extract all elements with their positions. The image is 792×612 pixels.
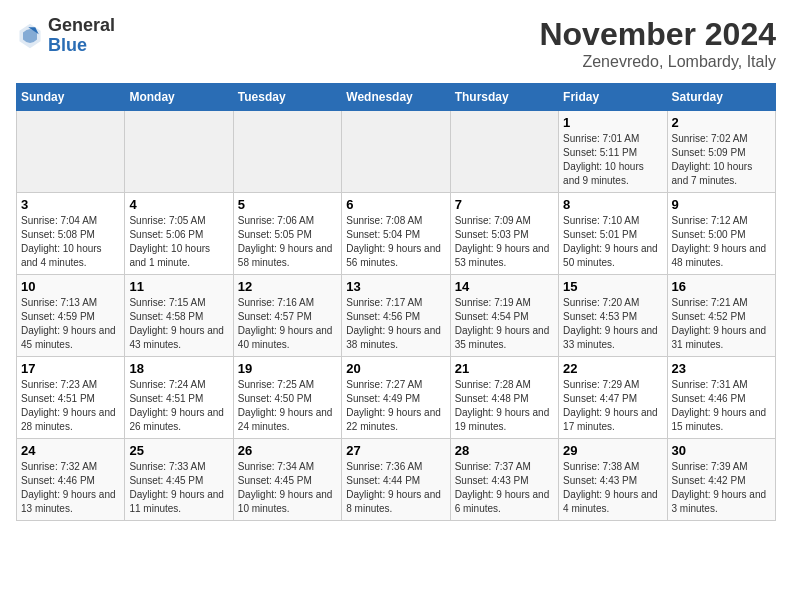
calendar-cell [17, 111, 125, 193]
day-number: 10 [21, 279, 120, 294]
day-info: Sunrise: 7:08 AM Sunset: 5:04 PM Dayligh… [346, 214, 445, 270]
calendar-week-row: 1Sunrise: 7:01 AM Sunset: 5:11 PM Daylig… [17, 111, 776, 193]
day-info: Sunrise: 7:10 AM Sunset: 5:01 PM Dayligh… [563, 214, 662, 270]
day-info: Sunrise: 7:20 AM Sunset: 4:53 PM Dayligh… [563, 296, 662, 352]
day-number: 3 [21, 197, 120, 212]
calendar-cell: 5Sunrise: 7:06 AM Sunset: 5:05 PM Daylig… [233, 193, 341, 275]
calendar-header-row: SundayMondayTuesdayWednesdayThursdayFrid… [17, 84, 776, 111]
month-title: November 2024 [539, 16, 776, 53]
calendar-week-row: 24Sunrise: 7:32 AM Sunset: 4:46 PM Dayli… [17, 439, 776, 521]
calendar-cell: 15Sunrise: 7:20 AM Sunset: 4:53 PM Dayli… [559, 275, 667, 357]
day-info: Sunrise: 7:06 AM Sunset: 5:05 PM Dayligh… [238, 214, 337, 270]
day-info: Sunrise: 7:01 AM Sunset: 5:11 PM Dayligh… [563, 132, 662, 188]
calendar-cell: 17Sunrise: 7:23 AM Sunset: 4:51 PM Dayli… [17, 357, 125, 439]
calendar-cell: 11Sunrise: 7:15 AM Sunset: 4:58 PM Dayli… [125, 275, 233, 357]
day-number: 9 [672, 197, 771, 212]
calendar-cell: 4Sunrise: 7:05 AM Sunset: 5:06 PM Daylig… [125, 193, 233, 275]
calendar-cell: 8Sunrise: 7:10 AM Sunset: 5:01 PM Daylig… [559, 193, 667, 275]
day-info: Sunrise: 7:04 AM Sunset: 5:08 PM Dayligh… [21, 214, 120, 270]
calendar-cell: 25Sunrise: 7:33 AM Sunset: 4:45 PM Dayli… [125, 439, 233, 521]
day-number: 29 [563, 443, 662, 458]
day-number: 23 [672, 361, 771, 376]
day-info: Sunrise: 7:27 AM Sunset: 4:49 PM Dayligh… [346, 378, 445, 434]
logo-text: General Blue [48, 16, 115, 56]
day-info: Sunrise: 7:16 AM Sunset: 4:57 PM Dayligh… [238, 296, 337, 352]
day-info: Sunrise: 7:24 AM Sunset: 4:51 PM Dayligh… [129, 378, 228, 434]
day-info: Sunrise: 7:21 AM Sunset: 4:52 PM Dayligh… [672, 296, 771, 352]
day-info: Sunrise: 7:02 AM Sunset: 5:09 PM Dayligh… [672, 132, 771, 188]
day-number: 22 [563, 361, 662, 376]
day-info: Sunrise: 7:12 AM Sunset: 5:00 PM Dayligh… [672, 214, 771, 270]
day-number: 18 [129, 361, 228, 376]
day-number: 5 [238, 197, 337, 212]
calendar-week-row: 17Sunrise: 7:23 AM Sunset: 4:51 PM Dayli… [17, 357, 776, 439]
day-info: Sunrise: 7:05 AM Sunset: 5:06 PM Dayligh… [129, 214, 228, 270]
day-number: 4 [129, 197, 228, 212]
day-info: Sunrise: 7:25 AM Sunset: 4:50 PM Dayligh… [238, 378, 337, 434]
day-info: Sunrise: 7:23 AM Sunset: 4:51 PM Dayligh… [21, 378, 120, 434]
day-header-thursday: Thursday [450, 84, 558, 111]
calendar-cell: 23Sunrise: 7:31 AM Sunset: 4:46 PM Dayli… [667, 357, 775, 439]
day-info: Sunrise: 7:09 AM Sunset: 5:03 PM Dayligh… [455, 214, 554, 270]
calendar-cell: 14Sunrise: 7:19 AM Sunset: 4:54 PM Dayli… [450, 275, 558, 357]
day-header-wednesday: Wednesday [342, 84, 450, 111]
day-number: 19 [238, 361, 337, 376]
day-number: 2 [672, 115, 771, 130]
day-number: 11 [129, 279, 228, 294]
day-number: 7 [455, 197, 554, 212]
day-info: Sunrise: 7:31 AM Sunset: 4:46 PM Dayligh… [672, 378, 771, 434]
day-number: 25 [129, 443, 228, 458]
calendar-cell: 10Sunrise: 7:13 AM Sunset: 4:59 PM Dayli… [17, 275, 125, 357]
calendar-body: 1Sunrise: 7:01 AM Sunset: 5:11 PM Daylig… [17, 111, 776, 521]
calendar-cell: 12Sunrise: 7:16 AM Sunset: 4:57 PM Dayli… [233, 275, 341, 357]
calendar-cell: 2Sunrise: 7:02 AM Sunset: 5:09 PM Daylig… [667, 111, 775, 193]
day-number: 13 [346, 279, 445, 294]
day-number: 14 [455, 279, 554, 294]
calendar-cell: 22Sunrise: 7:29 AM Sunset: 4:47 PM Dayli… [559, 357, 667, 439]
calendar-cell: 27Sunrise: 7:36 AM Sunset: 4:44 PM Dayli… [342, 439, 450, 521]
day-number: 28 [455, 443, 554, 458]
day-number: 24 [21, 443, 120, 458]
day-header-saturday: Saturday [667, 84, 775, 111]
calendar-cell: 9Sunrise: 7:12 AM Sunset: 5:00 PM Daylig… [667, 193, 775, 275]
calendar-cell: 21Sunrise: 7:28 AM Sunset: 4:48 PM Dayli… [450, 357, 558, 439]
calendar-week-row: 3Sunrise: 7:04 AM Sunset: 5:08 PM Daylig… [17, 193, 776, 275]
calendar-cell [233, 111, 341, 193]
day-number: 17 [21, 361, 120, 376]
day-info: Sunrise: 7:37 AM Sunset: 4:43 PM Dayligh… [455, 460, 554, 516]
day-number: 26 [238, 443, 337, 458]
calendar-cell: 1Sunrise: 7:01 AM Sunset: 5:11 PM Daylig… [559, 111, 667, 193]
day-info: Sunrise: 7:32 AM Sunset: 4:46 PM Dayligh… [21, 460, 120, 516]
day-number: 30 [672, 443, 771, 458]
day-header-tuesday: Tuesday [233, 84, 341, 111]
day-header-sunday: Sunday [17, 84, 125, 111]
day-info: Sunrise: 7:15 AM Sunset: 4:58 PM Dayligh… [129, 296, 228, 352]
calendar-week-row: 10Sunrise: 7:13 AM Sunset: 4:59 PM Dayli… [17, 275, 776, 357]
day-info: Sunrise: 7:13 AM Sunset: 4:59 PM Dayligh… [21, 296, 120, 352]
day-number: 8 [563, 197, 662, 212]
calendar-cell: 6Sunrise: 7:08 AM Sunset: 5:04 PM Daylig… [342, 193, 450, 275]
day-info: Sunrise: 7:17 AM Sunset: 4:56 PM Dayligh… [346, 296, 445, 352]
day-number: 6 [346, 197, 445, 212]
day-number: 1 [563, 115, 662, 130]
header: General Blue November 2024 Zenevredo, Lo… [16, 16, 776, 71]
day-info: Sunrise: 7:29 AM Sunset: 4:47 PM Dayligh… [563, 378, 662, 434]
day-info: Sunrise: 7:38 AM Sunset: 4:43 PM Dayligh… [563, 460, 662, 516]
calendar-cell: 3Sunrise: 7:04 AM Sunset: 5:08 PM Daylig… [17, 193, 125, 275]
day-number: 12 [238, 279, 337, 294]
day-info: Sunrise: 7:19 AM Sunset: 4:54 PM Dayligh… [455, 296, 554, 352]
day-number: 16 [672, 279, 771, 294]
logo-icon [16, 22, 44, 50]
calendar-cell: 16Sunrise: 7:21 AM Sunset: 4:52 PM Dayli… [667, 275, 775, 357]
calendar-cell: 19Sunrise: 7:25 AM Sunset: 4:50 PM Dayli… [233, 357, 341, 439]
calendar-cell: 24Sunrise: 7:32 AM Sunset: 4:46 PM Dayli… [17, 439, 125, 521]
day-number: 20 [346, 361, 445, 376]
day-number: 21 [455, 361, 554, 376]
day-header-monday: Monday [125, 84, 233, 111]
calendar-cell: 26Sunrise: 7:34 AM Sunset: 4:45 PM Dayli… [233, 439, 341, 521]
day-info: Sunrise: 7:28 AM Sunset: 4:48 PM Dayligh… [455, 378, 554, 434]
calendar-table: SundayMondayTuesdayWednesdayThursdayFrid… [16, 83, 776, 521]
day-info: Sunrise: 7:33 AM Sunset: 4:45 PM Dayligh… [129, 460, 228, 516]
calendar-cell [342, 111, 450, 193]
calendar-cell: 28Sunrise: 7:37 AM Sunset: 4:43 PM Dayli… [450, 439, 558, 521]
